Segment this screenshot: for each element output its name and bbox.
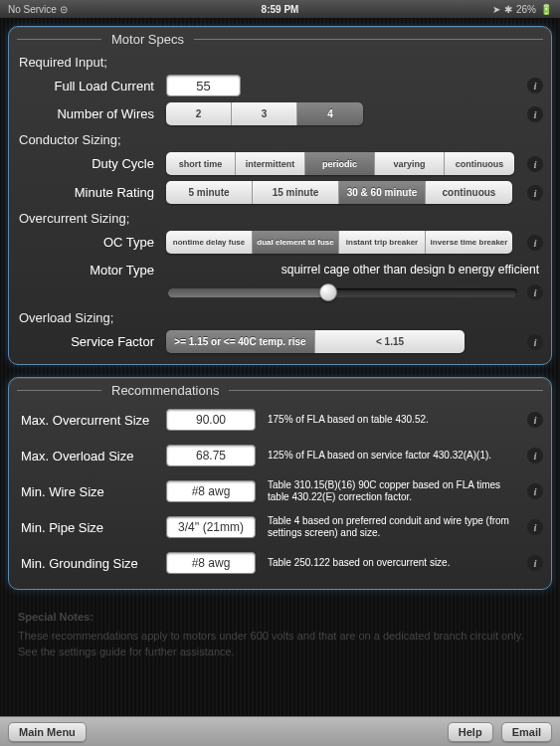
seg-minute-3[interactable]: continuous <box>426 181 512 204</box>
rec-row-1: Max. Overload Size 68.75 125% of FLA bas… <box>9 438 551 473</box>
battery-text: 26% <box>516 4 536 15</box>
seg-minute: 5 minute 15 minute 30 & 60 minute contin… <box>166 181 512 204</box>
info-icon[interactable]: i <box>527 156 543 172</box>
section-required: Required Input; <box>9 51 551 72</box>
info-icon[interactable]: i <box>527 78 543 93</box>
rec-row-0: Max. Overcurrent Size 90.00 175% of FLA … <box>9 402 551 438</box>
rec-label: Min. Pipe Size <box>17 520 166 535</box>
status-bar: No Service ⊝ 8:59 PM ➤ ✱ 26% 🔋 <box>0 0 560 18</box>
seg-wires-2[interactable]: 4 <box>297 102 363 125</box>
info-icon[interactable]: i <box>527 284 543 300</box>
label-duty: Duty Cycle <box>17 156 166 171</box>
seg-octype: nontime delay fuse dual element td fuse … <box>166 231 512 254</box>
seg-duty-3[interactable]: varying <box>375 152 445 175</box>
special-notes: Special Notes: These recommendations app… <box>8 602 552 667</box>
rec-desc: Table 4 based on preferred conduit and w… <box>256 515 521 539</box>
rec-label: Max. Overcurrent Size <box>17 413 166 428</box>
info-icon[interactable]: i <box>527 334 543 350</box>
rec-desc: 175% of FLA based on table 430.52. <box>256 414 521 426</box>
rec-value: #8 awg <box>166 480 256 502</box>
motor-type-value: squirrel cage other than design b energy… <box>166 263 543 277</box>
row-octype: OC Type nontime delay fuse dual element … <box>9 228 551 257</box>
rec-label: Min. Grounding Size <box>17 556 166 571</box>
seg-oc-3[interactable]: inverse time breaker <box>426 231 512 254</box>
rec-row-3: Min. Pipe Size 3/4'' (21mm) Table 4 base… <box>9 509 551 545</box>
rec-label: Max. Overload Size <box>17 449 166 464</box>
seg-wires: 2 3 4 <box>166 102 363 125</box>
battery-icon: 🔋 <box>540 4 552 15</box>
main-menu-button[interactable]: Main Menu <box>8 722 87 742</box>
carrier-text: No Service ⊝ <box>8 4 68 15</box>
seg-wires-0[interactable]: 2 <box>166 102 232 125</box>
motor-slider[interactable] <box>168 285 517 299</box>
seg-duty-1[interactable]: intermittent <box>236 152 305 175</box>
row-wires: Number of Wires 2 3 4 i <box>9 99 551 128</box>
info-icon[interactable]: i <box>527 185 543 201</box>
seg-minute-1[interactable]: 15 minute <box>253 181 339 204</box>
label-sf: Service Factor <box>17 334 166 349</box>
section-overcurrent: Overcurrent Sizing; <box>9 207 551 228</box>
rec-value: 90.00 <box>166 409 256 431</box>
seg-oc-1[interactable]: dual element td fuse <box>253 231 339 254</box>
motor-specs-panel: Motor Specs Required Input; Full Load Cu… <box>8 26 552 365</box>
content-area: Motor Specs Required Input; Full Load Cu… <box>0 18 560 716</box>
seg-minute-0[interactable]: 5 minute <box>166 181 253 204</box>
input-flc[interactable] <box>166 75 241 96</box>
label-flc: Full Load Current <box>17 79 166 93</box>
help-button[interactable]: Help <box>448 722 493 742</box>
panel-header: Motor Specs <box>9 27 551 51</box>
info-icon[interactable]: i <box>527 412 543 428</box>
seg-wires-1[interactable]: 3 <box>232 102 297 125</box>
rec-value: 68.75 <box>166 445 256 466</box>
rec-desc: Table 250.122 based on overcurrent size. <box>256 557 521 569</box>
info-icon[interactable]: i <box>527 106 543 122</box>
rec-desc: 125% of FLA based on service factor 430.… <box>256 450 521 462</box>
rec-row-2: Min. Wire Size #8 awg Table 310.15(B)(16… <box>9 473 551 509</box>
email-button[interactable]: Email <box>501 722 552 742</box>
row-duty: Duty Cycle short time intermittent perio… <box>9 149 551 178</box>
info-icon[interactable]: i <box>527 555 543 571</box>
label-octype: OC Type <box>17 235 166 250</box>
seg-duty-2[interactable]: periodic <box>305 152 375 175</box>
bluetooth-icon: ✱ <box>504 4 512 15</box>
seg-oc-2[interactable]: instant trip breaker <box>339 231 426 254</box>
row-sf: Service Factor >= 1.15 or <= 40C temp. r… <box>9 327 551 356</box>
rec-value: 3/4'' (21mm) <box>166 516 256 538</box>
rec-desc: Table 310.15(B)(16) 90C copper based on … <box>256 479 521 503</box>
notes-title: Special Notes: <box>18 610 542 625</box>
rec-row-4: Min. Grounding Size #8 awg Table 250.122… <box>9 545 551 581</box>
seg-sf-0[interactable]: >= 1.15 or <= 40C temp. rise <box>166 330 315 353</box>
row-flc: Full Load Current i <box>9 72 551 99</box>
section-conductor: Conductor Sizing; <box>9 128 551 149</box>
info-icon[interactable]: i <box>527 235 543 251</box>
info-icon[interactable]: i <box>527 519 543 535</box>
clock: 8:59 PM <box>262 4 299 15</box>
seg-sf: >= 1.15 or <= 40C temp. rise < 1.15 <box>166 330 465 353</box>
seg-duty: short time intermittent periodic varying… <box>166 152 514 175</box>
panel-header: Recommendations <box>9 378 551 402</box>
label-minute: Minute Rating <box>17 185 166 200</box>
seg-duty-4[interactable]: continuous <box>445 152 514 175</box>
status-right: ➤ ✱ 26% 🔋 <box>492 4 552 15</box>
label-motor: Motor Type <box>17 263 166 278</box>
recommendations-panel: Recommendations Max. Overcurrent Size 90… <box>8 377 552 590</box>
row-minute: Minute Rating 5 minute 15 minute 30 & 60… <box>9 178 551 207</box>
seg-minute-2[interactable]: 30 & 60 minute <box>339 181 426 204</box>
notes-body: These recommendations apply to motors un… <box>18 629 542 659</box>
row-motor: Motor Type squirrel cage other than desi… <box>9 257 551 282</box>
panel-title: Motor Specs <box>101 32 194 47</box>
location-icon: ➤ <box>492 4 500 15</box>
slider-thumb[interactable] <box>319 283 337 301</box>
info-icon[interactable]: i <box>527 483 543 499</box>
label-wires: Number of Wires <box>17 106 166 121</box>
info-icon[interactable]: i <box>527 448 543 464</box>
seg-duty-0[interactable]: short time <box>166 152 236 175</box>
toolbar: Main Menu Help Email <box>0 716 560 746</box>
panel-title: Recommendations <box>101 383 229 398</box>
rec-value: #8 awg <box>166 552 256 574</box>
seg-sf-1[interactable]: < 1.15 <box>315 330 465 353</box>
section-overload: Overload Sizing; <box>9 306 551 327</box>
row-motor-slider: i <box>9 282 551 306</box>
seg-oc-0[interactable]: nontime delay fuse <box>166 231 253 254</box>
rec-label: Min. Wire Size <box>17 484 166 499</box>
